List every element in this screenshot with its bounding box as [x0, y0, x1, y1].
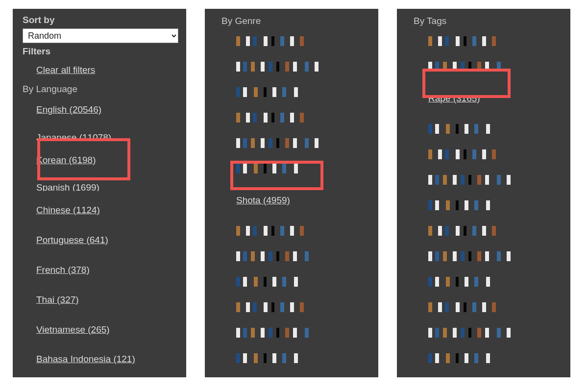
filters-panel-left: Sort by Random Filters Clear all filters…: [13, 9, 186, 377]
lang-english[interactable]: English (20546): [36, 104, 101, 116]
obscured-tag-item: [428, 353, 526, 363]
obscured-tag-item: [428, 226, 526, 236]
obscured-genre-item: [236, 62, 334, 72]
language-list: English (20546) Japanese (11078) Korean …: [23, 99, 178, 377]
obscured-genre-item: [236, 87, 334, 97]
lang-portuguese[interactable]: Portuguese (641): [36, 235, 108, 246]
obscured-tag-item: [428, 302, 526, 312]
lang-korean[interactable]: Korean (6198): [36, 155, 96, 166]
genre-list: Shota (4959): [222, 30, 370, 377]
obscured-tag-item: [428, 277, 570, 287]
obscured-tag-item: [428, 149, 541, 159]
filters-label: Filters: [23, 46, 178, 57]
obscured-genre-item: [236, 164, 349, 173]
obscured-genre-item: [236, 353, 334, 363]
tags-list: Rape (3165): [415, 30, 563, 377]
lang-french[interactable]: French (378): [36, 265, 90, 276]
lang-thai[interactable]: Thai (327): [36, 294, 79, 306]
sort-select[interactable]: Random: [23, 28, 178, 43]
filters-panel-genre: By Genre Shota (4959): [205, 9, 378, 377]
lang-chinese[interactable]: Chinese (1124): [36, 205, 100, 216]
obscured-genre-item: [236, 302, 334, 312]
obscured-tag-item: [428, 200, 502, 210]
obscured-genre-item: [236, 113, 334, 122]
obscured-tag-item: [428, 62, 502, 72]
filters-panel-tags: By Tags Rape (3165): [397, 9, 570, 377]
obscured-genre-item: [236, 138, 349, 148]
lang-vietnamese[interactable]: Vietnamese (265): [36, 324, 110, 336]
genre-shota[interactable]: Shota (4959): [236, 195, 290, 206]
filters-sidebar-screenshot: Sort by Random Filters Clear all filters…: [0, 0, 588, 392]
obscured-tag-item: [428, 36, 526, 46]
obscured-tag-item: [428, 328, 526, 338]
obscured-tag-item: [428, 124, 541, 134]
by-tags-header: By Tags: [414, 16, 563, 26]
tag-rape[interactable]: Rape (3165): [428, 93, 480, 104]
by-genre-header: By Genre: [221, 16, 370, 26]
obscured-genre-item: [236, 226, 310, 236]
clear-all-filters-link[interactable]: Clear all filters: [36, 65, 95, 76]
lang-japanese[interactable]: Japanese (11078): [36, 132, 111, 141]
obscured-genre-item: [236, 251, 310, 261]
obscured-genre-item: [236, 277, 334, 287]
lang-bahasa[interactable]: Bahasa Indonesia (121): [36, 354, 135, 365]
obscured-genre-item: [236, 36, 310, 46]
obscured-genre-item: [236, 328, 310, 338]
by-language-header: By Language: [23, 84, 178, 95]
obscured-tag-item: [428, 175, 526, 185]
sort-by-label: Sort by: [23, 15, 178, 25]
obscured-tag-item: [428, 251, 526, 261]
lang-spanish[interactable]: Spanish (1699): [36, 182, 99, 191]
